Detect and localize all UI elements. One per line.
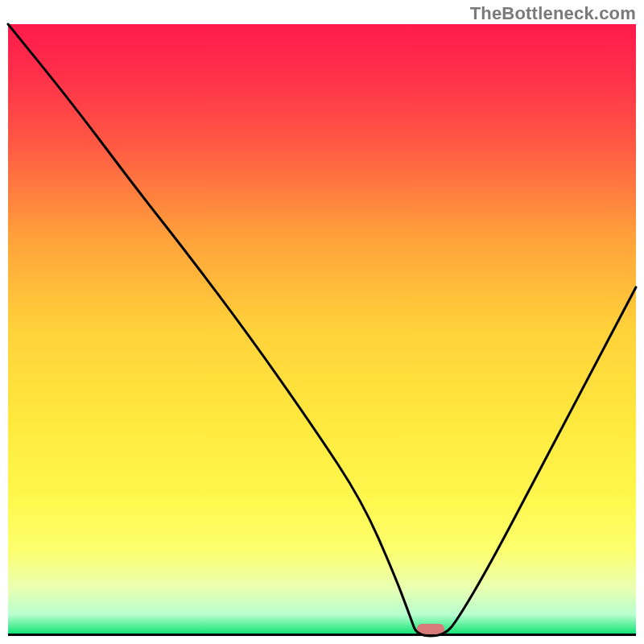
bottleneck-chart	[0, 0, 644, 644]
baseline	[8, 634, 636, 636]
plot-gradient-background	[8, 24, 636, 636]
chart-stage: TheBottleneck.com	[0, 0, 644, 644]
optimal-marker	[417, 624, 444, 634]
